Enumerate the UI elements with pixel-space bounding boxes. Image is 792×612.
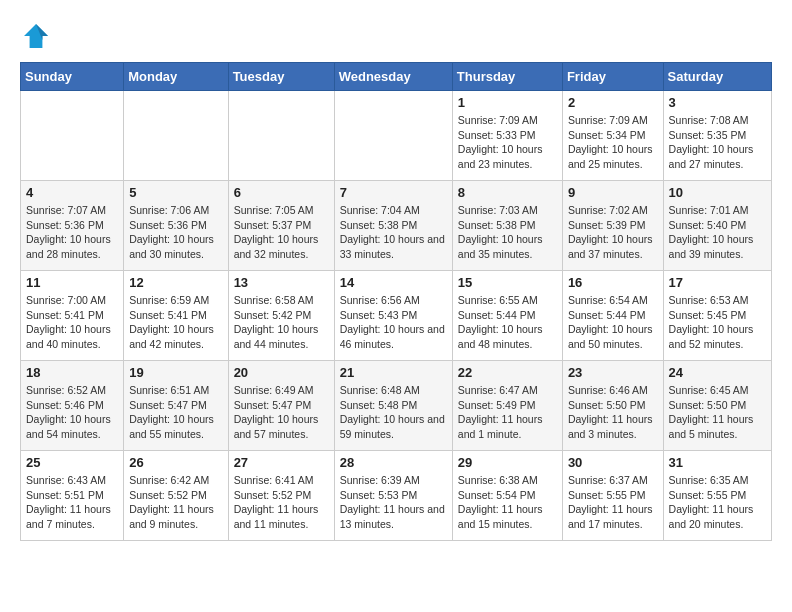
- day-number: 11: [26, 275, 118, 290]
- day-info: Sunrise: 6:53 AM Sunset: 5:45 PM Dayligh…: [669, 293, 766, 352]
- calendar-cell: [124, 91, 228, 181]
- calendar-cell: 13Sunrise: 6:58 AM Sunset: 5:42 PM Dayli…: [228, 271, 334, 361]
- day-number: 17: [669, 275, 766, 290]
- calendar-cell: 22Sunrise: 6:47 AM Sunset: 5:49 PM Dayli…: [452, 361, 562, 451]
- header-day: Monday: [124, 63, 228, 91]
- calendar-cell: 30Sunrise: 6:37 AM Sunset: 5:55 PM Dayli…: [562, 451, 663, 541]
- calendar-cell: 25Sunrise: 6:43 AM Sunset: 5:51 PM Dayli…: [21, 451, 124, 541]
- day-info: Sunrise: 6:54 AM Sunset: 5:44 PM Dayligh…: [568, 293, 658, 352]
- day-number: 4: [26, 185, 118, 200]
- day-number: 28: [340, 455, 447, 470]
- day-info: Sunrise: 7:00 AM Sunset: 5:41 PM Dayligh…: [26, 293, 118, 352]
- day-info: Sunrise: 7:06 AM Sunset: 5:36 PM Dayligh…: [129, 203, 222, 262]
- header-day: Wednesday: [334, 63, 452, 91]
- day-number: 30: [568, 455, 658, 470]
- calendar-week-row: 18Sunrise: 6:52 AM Sunset: 5:46 PM Dayli…: [21, 361, 772, 451]
- calendar-cell: [228, 91, 334, 181]
- day-number: 8: [458, 185, 557, 200]
- header-day: Sunday: [21, 63, 124, 91]
- day-info: Sunrise: 6:37 AM Sunset: 5:55 PM Dayligh…: [568, 473, 658, 532]
- day-number: 9: [568, 185, 658, 200]
- day-info: Sunrise: 7:08 AM Sunset: 5:35 PM Dayligh…: [669, 113, 766, 172]
- calendar-table: SundayMondayTuesdayWednesdayThursdayFrid…: [20, 62, 772, 541]
- day-number: 18: [26, 365, 118, 380]
- calendar-cell: 18Sunrise: 6:52 AM Sunset: 5:46 PM Dayli…: [21, 361, 124, 451]
- day-info: Sunrise: 6:41 AM Sunset: 5:52 PM Dayligh…: [234, 473, 329, 532]
- day-info: Sunrise: 7:01 AM Sunset: 5:40 PM Dayligh…: [669, 203, 766, 262]
- calendar-cell: 10Sunrise: 7:01 AM Sunset: 5:40 PM Dayli…: [663, 181, 771, 271]
- day-info: Sunrise: 6:35 AM Sunset: 5:55 PM Dayligh…: [669, 473, 766, 532]
- calendar-cell: 16Sunrise: 6:54 AM Sunset: 5:44 PM Dayli…: [562, 271, 663, 361]
- calendar-week-row: 4Sunrise: 7:07 AM Sunset: 5:36 PM Daylig…: [21, 181, 772, 271]
- calendar-week-row: 11Sunrise: 7:00 AM Sunset: 5:41 PM Dayli…: [21, 271, 772, 361]
- calendar-cell: 17Sunrise: 6:53 AM Sunset: 5:45 PM Dayli…: [663, 271, 771, 361]
- calendar-cell: 2Sunrise: 7:09 AM Sunset: 5:34 PM Daylig…: [562, 91, 663, 181]
- calendar-cell: [21, 91, 124, 181]
- calendar-cell: 26Sunrise: 6:42 AM Sunset: 5:52 PM Dayli…: [124, 451, 228, 541]
- day-info: Sunrise: 6:48 AM Sunset: 5:48 PM Dayligh…: [340, 383, 447, 442]
- day-info: Sunrise: 6:39 AM Sunset: 5:53 PM Dayligh…: [340, 473, 447, 532]
- calendar-cell: 7Sunrise: 7:04 AM Sunset: 5:38 PM Daylig…: [334, 181, 452, 271]
- day-number: 2: [568, 95, 658, 110]
- day-number: 24: [669, 365, 766, 380]
- day-number: 20: [234, 365, 329, 380]
- logo-icon: [20, 20, 52, 52]
- day-number: 22: [458, 365, 557, 380]
- day-number: 1: [458, 95, 557, 110]
- day-number: 14: [340, 275, 447, 290]
- header-day: Friday: [562, 63, 663, 91]
- day-info: Sunrise: 7:09 AM Sunset: 5:33 PM Dayligh…: [458, 113, 557, 172]
- day-number: 6: [234, 185, 329, 200]
- calendar-cell: 6Sunrise: 7:05 AM Sunset: 5:37 PM Daylig…: [228, 181, 334, 271]
- day-info: Sunrise: 7:03 AM Sunset: 5:38 PM Dayligh…: [458, 203, 557, 262]
- page-header: [20, 20, 772, 52]
- calendar-cell: 9Sunrise: 7:02 AM Sunset: 5:39 PM Daylig…: [562, 181, 663, 271]
- day-info: Sunrise: 6:46 AM Sunset: 5:50 PM Dayligh…: [568, 383, 658, 442]
- day-info: Sunrise: 6:45 AM Sunset: 5:50 PM Dayligh…: [669, 383, 766, 442]
- calendar-body: 1Sunrise: 7:09 AM Sunset: 5:33 PM Daylig…: [21, 91, 772, 541]
- calendar-cell: 11Sunrise: 7:00 AM Sunset: 5:41 PM Dayli…: [21, 271, 124, 361]
- day-info: Sunrise: 6:49 AM Sunset: 5:47 PM Dayligh…: [234, 383, 329, 442]
- calendar-cell: 21Sunrise: 6:48 AM Sunset: 5:48 PM Dayli…: [334, 361, 452, 451]
- day-info: Sunrise: 6:52 AM Sunset: 5:46 PM Dayligh…: [26, 383, 118, 442]
- day-number: 26: [129, 455, 222, 470]
- day-info: Sunrise: 6:47 AM Sunset: 5:49 PM Dayligh…: [458, 383, 557, 442]
- day-number: 7: [340, 185, 447, 200]
- calendar-cell: 20Sunrise: 6:49 AM Sunset: 5:47 PM Dayli…: [228, 361, 334, 451]
- calendar-header: SundayMondayTuesdayWednesdayThursdayFrid…: [21, 63, 772, 91]
- day-info: Sunrise: 6:56 AM Sunset: 5:43 PM Dayligh…: [340, 293, 447, 352]
- day-info: Sunrise: 6:58 AM Sunset: 5:42 PM Dayligh…: [234, 293, 329, 352]
- calendar-cell: 24Sunrise: 6:45 AM Sunset: 5:50 PM Dayli…: [663, 361, 771, 451]
- day-info: Sunrise: 6:59 AM Sunset: 5:41 PM Dayligh…: [129, 293, 222, 352]
- day-number: 21: [340, 365, 447, 380]
- calendar-cell: 4Sunrise: 7:07 AM Sunset: 5:36 PM Daylig…: [21, 181, 124, 271]
- header-day: Saturday: [663, 63, 771, 91]
- day-number: 27: [234, 455, 329, 470]
- day-info: Sunrise: 7:07 AM Sunset: 5:36 PM Dayligh…: [26, 203, 118, 262]
- calendar-cell: 28Sunrise: 6:39 AM Sunset: 5:53 PM Dayli…: [334, 451, 452, 541]
- day-number: 5: [129, 185, 222, 200]
- day-number: 15: [458, 275, 557, 290]
- calendar-cell: 23Sunrise: 6:46 AM Sunset: 5:50 PM Dayli…: [562, 361, 663, 451]
- calendar-cell: 3Sunrise: 7:08 AM Sunset: 5:35 PM Daylig…: [663, 91, 771, 181]
- logo: [20, 20, 58, 52]
- calendar-cell: 15Sunrise: 6:55 AM Sunset: 5:44 PM Dayli…: [452, 271, 562, 361]
- day-number: 31: [669, 455, 766, 470]
- day-number: 16: [568, 275, 658, 290]
- calendar-cell: [334, 91, 452, 181]
- day-number: 13: [234, 275, 329, 290]
- day-info: Sunrise: 7:02 AM Sunset: 5:39 PM Dayligh…: [568, 203, 658, 262]
- day-info: Sunrise: 6:43 AM Sunset: 5:51 PM Dayligh…: [26, 473, 118, 532]
- day-info: Sunrise: 6:51 AM Sunset: 5:47 PM Dayligh…: [129, 383, 222, 442]
- day-info: Sunrise: 6:42 AM Sunset: 5:52 PM Dayligh…: [129, 473, 222, 532]
- header-day: Tuesday: [228, 63, 334, 91]
- day-info: Sunrise: 6:55 AM Sunset: 5:44 PM Dayligh…: [458, 293, 557, 352]
- calendar-cell: 19Sunrise: 6:51 AM Sunset: 5:47 PM Dayli…: [124, 361, 228, 451]
- day-number: 12: [129, 275, 222, 290]
- calendar-cell: 12Sunrise: 6:59 AM Sunset: 5:41 PM Dayli…: [124, 271, 228, 361]
- calendar-cell: 14Sunrise: 6:56 AM Sunset: 5:43 PM Dayli…: [334, 271, 452, 361]
- calendar-cell: 29Sunrise: 6:38 AM Sunset: 5:54 PM Dayli…: [452, 451, 562, 541]
- day-number: 19: [129, 365, 222, 380]
- day-info: Sunrise: 7:09 AM Sunset: 5:34 PM Dayligh…: [568, 113, 658, 172]
- day-info: Sunrise: 7:05 AM Sunset: 5:37 PM Dayligh…: [234, 203, 329, 262]
